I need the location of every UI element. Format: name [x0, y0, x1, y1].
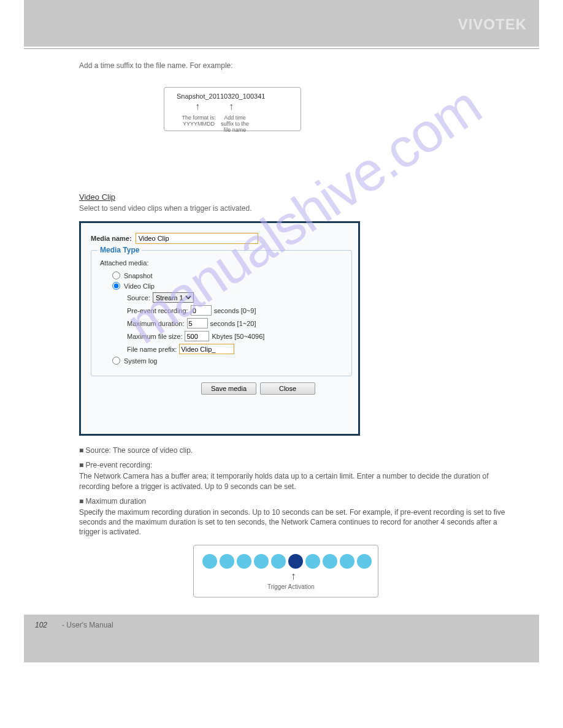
- media-type-fieldset: Media Type Attached media: Snapshot Vide…: [91, 250, 352, 376]
- page-content: Add a time suffix to the file name. For …: [42, 49, 521, 597]
- timeline-dot: [271, 554, 286, 569]
- maxdur-hint: seconds [1~20]: [210, 320, 256, 327]
- radio-systemlog[interactable]: [112, 357, 120, 365]
- example-filename: Snapshot_20110320_100341: [177, 93, 265, 100]
- maxsize-hint: Kbytes [50~4096]: [212, 333, 264, 340]
- filename-example-box: Snapshot_20110320_100341 ↑ ↑ The format …: [164, 87, 301, 131]
- bullet-maxdur-text: Specify the maximum recording duration i…: [79, 507, 508, 537]
- radio-snapshot-row: Snapshot: [112, 271, 345, 279]
- intro-caption: Add a time suffix to the file name. For …: [79, 61, 521, 70]
- maxsize-input[interactable]: [185, 331, 209, 341]
- manual-title: - User's Manual: [62, 621, 113, 629]
- maxdur-label: Maximum duration:: [127, 320, 185, 327]
- timeline-dot: [305, 554, 320, 569]
- video-clip-heading: Video Clip: [79, 192, 521, 202]
- trigger-caption: Trigger Activation: [267, 583, 315, 590]
- timeline-dot: [254, 554, 269, 569]
- preevent-input[interactable]: [191, 305, 212, 316]
- trigger-diagram-box: ↑ Trigger Activation: [193, 545, 378, 597]
- media-name-label: Media name:: [91, 235, 132, 242]
- timeline-circles: [202, 554, 372, 569]
- top-bar: VIVOTEK: [24, 0, 539, 47]
- arrow-up-icon: ↑: [195, 101, 200, 112]
- source-label: Source:: [127, 294, 150, 301]
- arrow-up-icon: ↑: [229, 101, 234, 112]
- maxsize-label: Maximum file size:: [127, 333, 182, 340]
- bullet-maxdur-label: Maximum duration: [86, 497, 147, 506]
- timeline-dot: [323, 554, 337, 569]
- radio-systemlog-label: System log: [124, 357, 157, 365]
- radio-videoclip[interactable]: [112, 282, 120, 290]
- attached-media-label: Attached media:: [100, 259, 345, 267]
- prefix-input[interactable]: [179, 344, 234, 354]
- media-type-legend: Media Type: [98, 246, 142, 254]
- video-clip-description: Select to send video clips when a trigge…: [79, 204, 521, 213]
- media-name-input[interactable]: [136, 233, 258, 244]
- media-settings-panel: Media name: Media Type Attached media: S…: [79, 221, 360, 436]
- radio-videoclip-row: Video Clip: [112, 282, 345, 290]
- timeline-dot: [357, 554, 372, 569]
- radio-snapshot-label: Snapshot: [124, 272, 152, 279]
- preevent-label: Pre-event recording:: [127, 307, 188, 314]
- timeline-dot: [340, 554, 354, 569]
- radio-videoclip-label: Video Clip: [124, 282, 155, 290]
- timeline-trigger-dot: [288, 554, 303, 569]
- bullet-preevent-text: The Network Camera has a buffer area; it…: [79, 471, 508, 491]
- close-button[interactable]: Close: [260, 382, 315, 395]
- videoclip-sub-settings: Source: Stream 1 Pre-event recording: se…: [127, 292, 345, 354]
- bullet-preevent-label: Pre-event recording:: [86, 461, 153, 469]
- save-media-button[interactable]: Save media: [201, 382, 256, 395]
- arrow-up-icon: ↑: [291, 570, 296, 583]
- page-number: 102: [35, 621, 47, 629]
- example-date-caption: The format is: YYYYMMDD: [182, 115, 216, 127]
- prefix-label: File name prefix:: [127, 346, 177, 353]
- brand: VIVOTEK: [24, 0, 539, 33]
- timeline-dot: [202, 554, 217, 569]
- source-select[interactable]: Stream 1: [153, 292, 194, 303]
- maxdur-input[interactable]: [187, 318, 208, 328]
- example-time-caption: Add time suffix to the file name: [220, 115, 250, 133]
- radio-systemlog-row: System log: [112, 357, 345, 365]
- radio-snapshot[interactable]: [112, 271, 120, 279]
- bottom-bar: 102 - User's Manual: [24, 615, 539, 662]
- intro-caption-text: Add a time suffix to the file name. For …: [79, 61, 233, 70]
- timeline-dot: [220, 554, 234, 569]
- bullet-source: Source: The source of video clip.: [86, 446, 193, 455]
- preevent-hint: seconds [0~9]: [214, 307, 256, 314]
- timeline-dot: [237, 554, 251, 569]
